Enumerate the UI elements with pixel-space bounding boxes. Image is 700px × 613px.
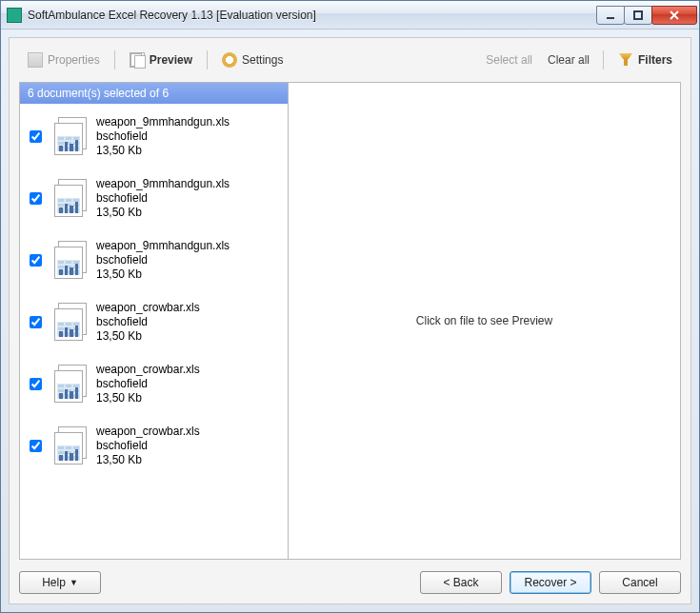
toolbar-separator: [603, 50, 604, 69]
preview-icon: [130, 52, 145, 68]
maximize-button[interactable]: [624, 6, 652, 25]
file-author: bschofield: [96, 377, 200, 391]
settings-icon: [222, 52, 237, 68]
file-item[interactable]: weapon_9mmhandgun.xlsbschofield13,50 Kb: [24, 233, 284, 295]
selection-header: 6 document(s) selected of 6: [20, 83, 288, 104]
preview-empty-hint: Click on file to see Preview: [416, 314, 552, 327]
toolbar-separator: [114, 50, 115, 69]
file-meta: weapon_crowbar.xlsbschofield13,50 Kb: [96, 425, 200, 467]
close-icon: [669, 10, 680, 20]
toolbar: Properties Preview Settings Select all C…: [19, 48, 681, 72]
file-author: bschofield: [96, 253, 230, 267]
file-size: 13,50 Kb: [96, 329, 200, 344]
svg-rect-0: [607, 17, 614, 19]
close-button[interactable]: [651, 6, 697, 25]
file-name: weapon_crowbar.xls: [96, 301, 200, 315]
file-checkbox[interactable]: [30, 254, 42, 267]
window-controls: [597, 6, 697, 25]
footer: Help ▼ < Back Recover > Cancel: [19, 560, 681, 594]
file-checkbox[interactable]: [30, 316, 42, 328]
window-title: SoftAmbulance Excel Recovery 1.13 [Evalu…: [28, 9, 597, 22]
clear-all-button[interactable]: Clear all: [540, 50, 597, 69]
file-name: weapon_9mmhandgun.xls: [96, 239, 230, 253]
file-size: 13,50 Kb: [96, 267, 230, 282]
filters-label: Filters: [638, 53, 672, 67]
spreadsheet-icon: [50, 179, 90, 219]
properties-button[interactable]: Properties: [19, 49, 109, 71]
help-button[interactable]: Help ▼: [19, 571, 101, 594]
cancel-button[interactable]: Cancel: [599, 571, 681, 594]
main-area: 6 document(s) selected of 6 weapon_9mmha…: [19, 82, 681, 560]
content-area: Properties Preview Settings Select all C…: [9, 37, 691, 604]
spreadsheet-icon: [50, 365, 90, 405]
file-checkbox[interactable]: [30, 192, 42, 205]
cancel-label: Cancel: [622, 576, 657, 589]
back-label: < Back: [443, 576, 478, 589]
file-name: weapon_crowbar.xls: [96, 425, 200, 439]
file-meta: weapon_9mmhandgun.xlsbschofield13,50 Kb: [96, 177, 230, 220]
spreadsheet-icon: [50, 241, 90, 281]
file-item[interactable]: weapon_crowbar.xlsbschofield13,50 Kb: [24, 419, 284, 481]
settings-label: Settings: [242, 53, 283, 67]
file-checkbox[interactable]: [30, 440, 42, 452]
file-meta: weapon_9mmhandgun.xlsbschofield13,50 Kb: [96, 239, 230, 282]
file-size: 13,50 Kb: [96, 453, 200, 467]
file-list[interactable]: weapon_9mmhandgun.xlsbschofield13,50 Kbw…: [20, 104, 288, 559]
file-item[interactable]: weapon_crowbar.xlsbschofield13,50 Kb: [24, 357, 284, 419]
clear-all-label: Clear all: [548, 53, 590, 67]
file-meta: weapon_crowbar.xlsbschofield13,50 Kb: [96, 363, 200, 405]
back-button[interactable]: < Back: [420, 571, 502, 594]
maximize-icon: [632, 10, 644, 20]
file-size: 13,50 Kb: [96, 206, 230, 220]
file-author: bschofield: [96, 439, 200, 453]
recover-label: Recover >: [524, 576, 576, 589]
file-item[interactable]: weapon_9mmhandgun.xlsbschofield13,50 Kb: [24, 171, 284, 233]
file-author: bschofield: [96, 129, 230, 144]
file-size: 13,50 Kb: [96, 144, 230, 158]
chevron-down-icon: ▼: [70, 578, 78, 587]
file-checkbox[interactable]: [30, 378, 42, 390]
toolbar-separator: [207, 50, 208, 69]
file-name: weapon_9mmhandgun.xls: [96, 115, 230, 129]
minimize-button[interactable]: [596, 6, 625, 25]
file-name: weapon_9mmhandgun.xls: [96, 177, 230, 191]
file-author: bschofield: [96, 315, 200, 329]
preview-label: Preview: [150, 53, 192, 67]
file-name: weapon_crowbar.xls: [96, 363, 200, 377]
properties-label: Properties: [48, 53, 100, 67]
preview-button[interactable]: Preview: [121, 49, 201, 71]
spreadsheet-icon: [50, 426, 90, 466]
preview-panel: Click on file to see Preview: [289, 83, 680, 559]
filters-icon: [618, 52, 633, 68]
svg-rect-1: [634, 11, 642, 19]
minimize-icon: [605, 10, 616, 20]
spreadsheet-icon: [50, 303, 90, 343]
app-icon: [7, 8, 22, 23]
spreadsheet-icon: [50, 117, 90, 157]
file-meta: weapon_crowbar.xlsbschofield13,50 Kb: [96, 301, 200, 344]
file-meta: weapon_9mmhandgun.xlsbschofield13,50 Kb: [96, 115, 230, 158]
file-item[interactable]: weapon_9mmhandgun.xlsbschofield13,50 Kb: [24, 109, 284, 171]
file-author: bschofield: [96, 191, 230, 206]
help-label: Help: [42, 576, 66, 589]
recover-button[interactable]: Recover >: [510, 571, 591, 594]
file-size: 13,50 Kb: [96, 391, 200, 405]
file-item[interactable]: weapon_crowbar.xlsbschofield13,50 Kb: [24, 295, 284, 357]
filters-button[interactable]: Filters: [610, 49, 681, 71]
select-all-button[interactable]: Select all: [478, 50, 540, 69]
select-all-label: Select all: [486, 53, 532, 67]
titlebar[interactable]: SoftAmbulance Excel Recovery 1.13 [Evalu…: [1, 1, 699, 30]
app-window: SoftAmbulance Excel Recovery 1.13 [Evalu…: [0, 0, 700, 613]
file-checkbox[interactable]: [30, 130, 42, 143]
properties-icon: [28, 52, 43, 68]
settings-button[interactable]: Settings: [213, 49, 291, 71]
file-panel: 6 document(s) selected of 6 weapon_9mmha…: [20, 83, 289, 559]
